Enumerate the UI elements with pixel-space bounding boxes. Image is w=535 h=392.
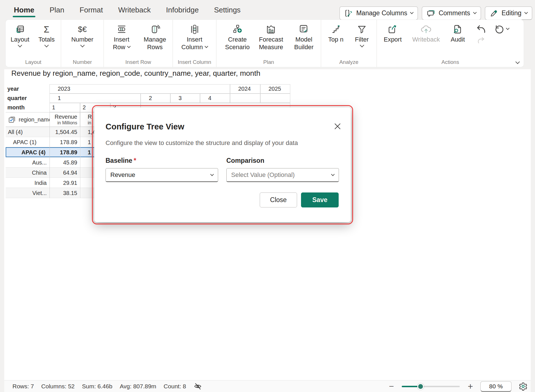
status-rows: Rows: 7 — [12, 383, 34, 390]
row-label: All (4) — [6, 127, 50, 137]
required-asterisk: * — [134, 157, 136, 164]
checkbox-layers-icon — [8, 116, 16, 124]
editing-mode-button[interactable]: Editing — [485, 7, 532, 20]
axis-label-quarter[interactable]: quarter — [6, 94, 50, 103]
comments-label: Comments — [439, 9, 470, 17]
year-header-2025[interactable]: 2025 — [260, 84, 290, 94]
menubar: Home Plan Format Writeback Infobridge Se… — [0, 0, 535, 20]
status-avg: Avg: 807.89m — [120, 383, 156, 390]
redo-button-disabled[interactable] — [477, 36, 485, 45]
comparison-placeholder: Select Value (Optional) — [231, 171, 295, 179]
zoom-out-button[interactable]: − — [389, 382, 394, 391]
chevron-down-icon — [506, 26, 510, 30]
quarter-header-3[interactable]: 3 — [170, 94, 200, 103]
version-history-button[interactable] — [493, 23, 515, 45]
save-button[interactable]: Save — [301, 192, 339, 207]
menu-tab-home[interactable]: Home — [13, 2, 35, 18]
axis-label-month[interactable]: month — [6, 103, 50, 112]
insert-row-icon — [116, 23, 127, 36]
ribbon-group-insert-column: Insert Column Insert Column — [173, 20, 216, 67]
quarter-header-empty-2024 — [230, 94, 260, 103]
view-title: Revenue by region_name, region_code, cou… — [11, 69, 260, 78]
top-n-button[interactable]: Top n — [325, 23, 347, 47]
model-builder-icon — [298, 23, 310, 36]
comments-icon — [427, 9, 435, 18]
history-icon — [493, 23, 504, 36]
quarter-header-2[interactable]: 2 — [141, 94, 170, 103]
status-bar: Rows: 7 Columns: 52 Sum: 6.46b Avg: 807.… — [4, 380, 531, 392]
measure-header[interactable]: Revenue in Millions — [50, 112, 80, 127]
writeback-button[interactable]: Writeback — [410, 23, 442, 45]
ribbon-group-insert-row: Insert Row Manage Rows — [104, 20, 173, 67]
undo-redo-cluster — [474, 23, 489, 45]
manage-rows-icon — [149, 23, 161, 36]
eye-off-icon[interactable] — [194, 382, 202, 391]
zoom-level-box[interactable]: 80 % — [480, 381, 512, 392]
insert-column-button[interactable]: Insert Column — [178, 23, 212, 51]
forecast-measure-button[interactable]: Forecast Measure — [255, 23, 287, 51]
baseline-selected-value: Revenue — [110, 171, 135, 179]
manage-columns-button[interactable]: Manage Columns — [340, 7, 418, 20]
ribbon-group-number: $€ Number Number — [61, 20, 104, 67]
ribbon-group-layout: Layout Σ Totals Layout — [6, 20, 61, 67]
configure-tree-view-dialog: Configure Tree View Configure the view t… — [94, 107, 351, 222]
comparison-select[interactable]: Select Value (Optional) — [226, 168, 339, 182]
menu-tab-format[interactable]: Format — [79, 2, 103, 18]
baseline-select[interactable]: Revenue — [106, 168, 218, 182]
dialog-description: Configure the view to customize the stru… — [106, 139, 340, 147]
close-button[interactable]: Close — [260, 192, 297, 207]
chevron-down-icon — [331, 172, 335, 176]
status-columns: Columns: 52 — [41, 383, 75, 390]
totals-button[interactable]: Σ Totals — [35, 23, 59, 47]
baseline-label: Baseline* — [106, 157, 218, 164]
year-header-2024[interactable]: 2024 — [230, 84, 260, 94]
chevron-down-icon — [18, 43, 22, 47]
gear-icon[interactable] — [518, 382, 528, 391]
status-sum: Sum: 6.46b — [82, 383, 112, 390]
zoom-in-button[interactable]: + — [468, 381, 473, 392]
quarter-header-4[interactable]: 4 — [200, 94, 230, 103]
sigma-icon: Σ — [44, 24, 50, 35]
dialog-title: Configure Tree View — [106, 122, 340, 131]
row-value: 178.89 — [50, 137, 80, 147]
comments-button[interactable]: Comments — [422, 7, 481, 20]
month-header-1[interactable]: 1 — [50, 103, 80, 112]
dialog-close-button[interactable] — [333, 122, 342, 131]
menubar-right-buttons: Manage Columns Comments — [340, 7, 532, 20]
filter-icon — [357, 23, 367, 36]
dimension-header[interactable]: region_name — [6, 112, 50, 127]
undo-button[interactable] — [476, 23, 487, 36]
number-format-button[interactable]: $€ Number — [67, 23, 98, 47]
menu-tab-settings[interactable]: Settings — [213, 2, 241, 18]
editing-label: Editing — [502, 9, 521, 17]
menu-tab-plan[interactable]: Plan — [49, 2, 65, 18]
currency-icon: $€ — [78, 25, 87, 34]
menu-tab-infobridge[interactable]: Infobridge — [166, 2, 199, 18]
filter-button[interactable]: Filter — [351, 23, 373, 47]
row-value: 64.94 — [50, 168, 80, 178]
chevron-down-icon — [205, 44, 208, 48]
chevron-down-icon — [473, 10, 477, 14]
export-icon — [387, 23, 398, 36]
year-header-2023[interactable]: 2023 — [50, 84, 230, 94]
manage-rows-button[interactable]: Manage Rows — [140, 23, 170, 51]
row-value: 1,504.45 — [50, 127, 80, 137]
axis-label-year[interactable]: year — [6, 84, 50, 94]
create-scenario-button[interactable]: Create Scenario — [222, 23, 253, 51]
audit-button[interactable]: Audit — [446, 23, 469, 45]
model-builder-button[interactable]: Model Builder — [289, 23, 319, 51]
row-value: 38.15 — [50, 188, 80, 198]
chevron-down-icon — [410, 10, 414, 14]
audit-icon — [452, 23, 463, 36]
insert-row-button[interactable]: Insert Row — [107, 23, 136, 51]
row-label: APAC (4) — [6, 147, 50, 157]
comparison-label: Comparison — [226, 157, 339, 164]
pencil-icon — [490, 9, 498, 18]
layout-button[interactable]: Layout — [8, 23, 32, 47]
quarter-header-1[interactable]: 1 — [50, 94, 141, 103]
zoom-slider-thumb[interactable] — [417, 383, 424, 390]
menu-tab-writeback[interactable]: Writeback — [118, 2, 151, 18]
zoom-slider[interactable] — [402, 386, 460, 387]
ribbon-group-analyze: Top n Filter Analyze — [321, 20, 377, 67]
export-button[interactable]: Export — [380, 23, 406, 45]
